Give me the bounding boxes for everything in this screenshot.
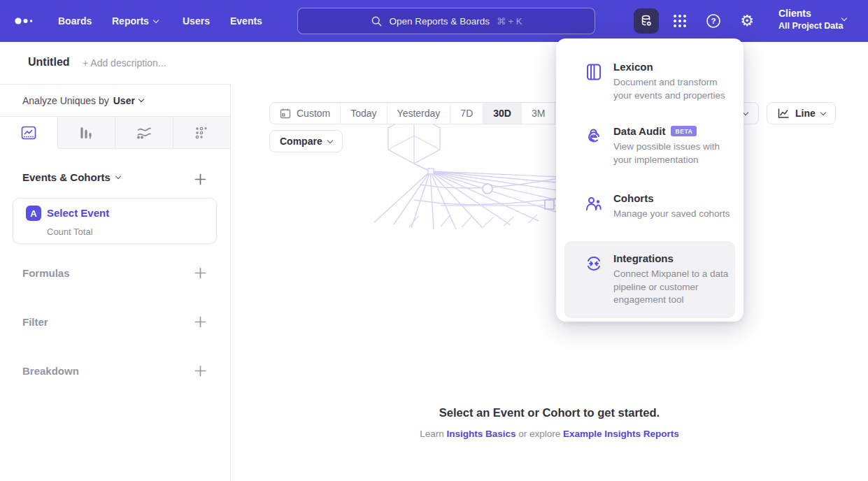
menu-item-description: Document and transform your events and p…: [613, 76, 732, 102]
global-search-input[interactable]: Open Reports & Boards ⌘ + K: [297, 8, 595, 34]
calendar-icon: [280, 108, 291, 119]
cohorts-people-icon: [584, 192, 604, 221]
date-range-7d[interactable]: 7D: [450, 103, 483, 124]
menu-item-data-audit[interactable]: Data Audit BETA View possible issues wit…: [564, 118, 735, 173]
plus-icon: [194, 316, 206, 328]
empty-state-title: Select an Event or Cohort to get started…: [231, 406, 868, 419]
search-placeholder: Open Reports & Boards: [390, 16, 490, 27]
project-name: All Project Data: [778, 20, 843, 32]
grid-dots-icon: [672, 13, 688, 29]
mixpanel-logo-icon[interactable]: [14, 15, 35, 29]
chart-style-dropdown[interactable]: Line: [767, 102, 836, 124]
insights-basics-link[interactable]: Insights Basics: [446, 429, 515, 439]
line-chart-icon: [777, 108, 790, 119]
analyze-by-dropdown[interactable]: User: [113, 95, 143, 106]
search-icon: [371, 15, 383, 27]
account-switcher[interactable]: Clients All Project Data: [778, 7, 843, 32]
plus-icon: [194, 365, 206, 377]
gear-icon: ⚙: [740, 13, 754, 29]
events-cohorts-header[interactable]: Events & Cohorts: [22, 171, 120, 183]
top-navigation-bar: Boards Reports Users Events Open Reports…: [0, 0, 868, 42]
empty-state-subtitle: Learn Insights Basics or explore Example…: [231, 429, 868, 439]
formulas-section-label: Formulas: [22, 267, 70, 279]
chart-type-tab-metric[interactable]: [173, 117, 231, 149]
count-total-label[interactable]: Count Total: [47, 227, 93, 237]
beta-badge: BETA: [671, 126, 697, 136]
plus-icon: [194, 173, 206, 185]
data-management-menu: Lexicon Document and transform your even…: [556, 38, 744, 322]
add-filter-button[interactable]: [194, 316, 207, 329]
chart-type-tabs: [0, 117, 230, 149]
report-canvas: Custom Today Yesterday 7D 30D 3M 6M Comp…: [231, 84, 868, 481]
report-title[interactable]: Untitled: [28, 56, 70, 69]
date-range-30d[interactable]: 30D: [483, 103, 522, 124]
query-builder-sidebar: Analyze Uniques by User: [0, 84, 231, 481]
learn-text: Learn: [420, 429, 444, 439]
menu-item-lexicon[interactable]: Lexicon Document and transform your even…: [564, 54, 735, 109]
nav-boards[interactable]: Boards: [58, 0, 92, 42]
nav-events[interactable]: Events: [230, 0, 262, 42]
add-event-button[interactable]: [194, 173, 207, 186]
svg-text:?: ?: [711, 17, 716, 25]
breakdown-section-label: Breakdown: [22, 365, 79, 377]
chevron-down-icon: [743, 109, 748, 115]
dot-grid-icon: [194, 126, 208, 140]
chevron-down-icon: [138, 96, 144, 102]
menu-item-title: Integrations: [613, 252, 732, 264]
chart-type-tab-flow[interactable]: [115, 117, 173, 149]
add-description-button[interactable]: + Add description...: [83, 57, 166, 69]
flow-chart-icon: [136, 127, 152, 139]
add-formula-button[interactable]: [194, 267, 207, 280]
analyze-uniques-label: Analyze Uniques by: [22, 95, 109, 106]
settings-button[interactable]: ⚙: [734, 8, 760, 34]
menu-item-description: View possible issues with your implement…: [613, 141, 732, 166]
nav-users[interactable]: Users: [183, 0, 210, 42]
date-range-3m[interactable]: 3M: [522, 103, 555, 124]
menu-item-description: Manage your saved cohorts: [613, 208, 732, 221]
integrations-sync-icon: [584, 252, 604, 307]
or-explore-text: or explore: [518, 429, 560, 439]
date-range-today[interactable]: Today: [341, 103, 387, 124]
plus-icon: [194, 267, 206, 279]
lexicon-book-icon: [584, 61, 604, 102]
menu-item-title: Lexicon: [613, 61, 732, 73]
menu-item-title: Cohorts: [613, 192, 732, 204]
chevron-down-icon: [327, 137, 332, 143]
apps-grid-button[interactable]: [667, 8, 692, 34]
date-range-custom[interactable]: Custom: [270, 103, 341, 124]
compare-button[interactable]: Compare: [269, 130, 343, 152]
chevron-down-icon: [115, 173, 121, 179]
chart-type-tab-bar[interactable]: [58, 117, 116, 149]
nav-reports[interactable]: Reports: [112, 0, 158, 42]
question-circle-icon: ?: [705, 13, 722, 29]
help-button[interactable]: ?: [701, 8, 726, 34]
data-audit-icon: [584, 125, 604, 166]
add-breakdown-button[interactable]: [194, 365, 207, 378]
bar-chart-icon: [79, 126, 93, 140]
event-letter-badge: A: [26, 206, 41, 221]
organization-name: Clients: [778, 7, 843, 20]
analyze-uniques-row: Analyze Uniques by User: [0, 85, 230, 117]
menu-item-cohorts[interactable]: Cohorts Manage your saved cohorts: [564, 185, 735, 228]
chevron-down-icon: [153, 17, 159, 22]
menu-item-description: Connect Mixpanel to a data pipeline or c…: [613, 268, 732, 307]
event-row-card[interactable]: A Select Event Count Total: [13, 198, 217, 244]
example-insights-reports-link[interactable]: Example Insights Reports: [563, 429, 679, 439]
line-chart-icon: [21, 126, 36, 140]
select-event-label[interactable]: Select Event: [47, 207, 109, 219]
menu-item-integrations[interactable]: Integrations Connect Mixpanel to a data …: [564, 241, 735, 318]
data-management-button[interactable]: [634, 8, 659, 34]
filter-section-label: Filter: [22, 316, 48, 328]
database-gear-icon: [639, 13, 654, 29]
chart-type-tab-line[interactable]: [0, 117, 58, 149]
chevron-down-icon: [820, 109, 826, 115]
mixpanel-insights-screen: Boards Reports Users Events Open Reports…: [0, 0, 868, 481]
search-shortcut: ⌘ + K: [497, 16, 522, 27]
menu-item-title: Data Audit BETA: [613, 125, 732, 137]
date-range-yesterday[interactable]: Yesterday: [387, 103, 451, 124]
